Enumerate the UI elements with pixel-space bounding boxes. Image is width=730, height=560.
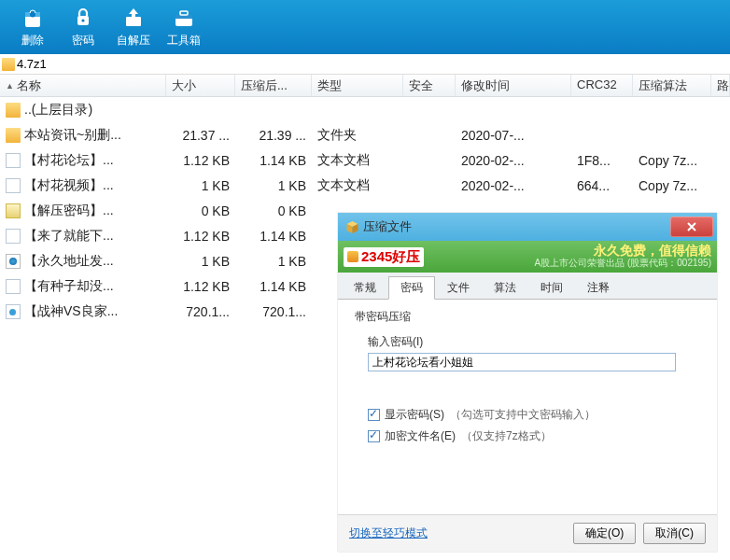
col-safe[interactable]: 安全 bbox=[403, 75, 456, 96]
cell-size: 1 KB bbox=[166, 178, 235, 193]
col-path[interactable]: 路 bbox=[711, 75, 730, 96]
tab-4[interactable]: 时间 bbox=[528, 276, 575, 299]
tab-5[interactable]: 注释 bbox=[575, 276, 622, 299]
cell-crc: 664... bbox=[571, 178, 633, 193]
slogan-line2: A股上市公司荣誉出品 (股票代码：002195) bbox=[535, 257, 711, 269]
col-compressed[interactable]: 压缩后... bbox=[235, 75, 312, 96]
cell-size: 1.12 KB bbox=[166, 229, 235, 244]
password-input[interactable] bbox=[368, 353, 676, 371]
cell-name: 【有种子却没... bbox=[0, 278, 166, 295]
compress-dialog: 压缩文件 2345好压 永久免费，值得信赖 A股上市公司荣誉出品 (股票代码：0… bbox=[338, 213, 717, 552]
toolbar-delete-label: 删除 bbox=[21, 33, 44, 49]
txt-icon bbox=[6, 178, 21, 193]
html-icon bbox=[6, 254, 21, 269]
toolbar-selfextract-label: 自解压 bbox=[117, 33, 150, 49]
cell-mtime: 2020-07-... bbox=[456, 128, 571, 143]
cell-name: 【来了就能下... bbox=[0, 228, 166, 245]
cell-algo: Copy 7z... bbox=[633, 178, 711, 193]
cell-type: 文本文档 bbox=[312, 152, 403, 169]
encrypt-filename-hint: （仅支持7z格式） bbox=[461, 428, 552, 444]
col-name[interactable]: ▲名称 bbox=[0, 75, 166, 96]
cell-name: 【村花视频】... bbox=[0, 177, 166, 194]
folder-up-icon bbox=[6, 103, 21, 118]
group-title: 带密码压缩 bbox=[355, 309, 700, 325]
tab-3[interactable]: 算法 bbox=[482, 276, 528, 299]
txt-icon bbox=[6, 153, 21, 168]
encrypt-filename-checkbox[interactable] bbox=[368, 430, 380, 442]
cell-compressed: 1.14 KB bbox=[235, 229, 312, 244]
cell-mtime: 2020-02-... bbox=[456, 178, 571, 193]
toolbar-toolbox-button[interactable]: 工具箱 bbox=[159, 4, 209, 54]
toolbar-toolbox-label: 工具箱 bbox=[167, 33, 201, 49]
cell-size: 720.1... bbox=[166, 304, 235, 319]
toolbox-icon bbox=[170, 4, 198, 32]
table-row[interactable]: 【村花论坛】...1.12 KB1.14 KB文本文档2020-02-...1F… bbox=[0, 147, 730, 173]
password-label: 输入密码(I) bbox=[368, 334, 700, 350]
path-text: 4.7z1 bbox=[17, 57, 47, 71]
tab-2[interactable]: 文件 bbox=[435, 276, 482, 299]
col-crc[interactable]: CRC32 bbox=[571, 75, 633, 96]
pathbar[interactable]: 4.7z1 bbox=[0, 54, 730, 75]
dialog-footer: 切换至轻巧模式 确定(O) 取消(C) bbox=[338, 514, 717, 552]
url-icon bbox=[6, 304, 21, 319]
toolbar-password-button[interactable]: 密码 bbox=[58, 4, 108, 54]
show-password-label: 显示密码(S) bbox=[385, 407, 444, 423]
cell-type: 文件夹 bbox=[312, 127, 403, 144]
cell-compressed: 1.14 KB bbox=[235, 153, 312, 168]
cell-name: 本站资讯~别删... bbox=[0, 127, 166, 144]
dialog-title: 压缩文件 bbox=[363, 218, 412, 235]
col-algo[interactable]: 压缩算法 bbox=[633, 75, 711, 96]
txt-icon bbox=[6, 279, 21, 294]
toolbar-delete-button[interactable]: 删除 bbox=[7, 4, 58, 54]
ok-button[interactable]: 确定(O) bbox=[573, 523, 636, 544]
svg-rect-5 bbox=[126, 17, 141, 26]
show-password-checkbox[interactable] bbox=[368, 409, 380, 421]
table-row[interactable]: 【村花视频】...1 KB1 KB文本文档2020-02-...664...Co… bbox=[0, 173, 730, 198]
show-password-hint: （勾选可支持中文密码输入） bbox=[450, 407, 596, 423]
cell-compressed: 0 KB bbox=[235, 203, 312, 218]
encrypt-filename-label: 加密文件名(E) bbox=[385, 428, 456, 444]
dialog-titlebar[interactable]: 压缩文件 bbox=[338, 213, 717, 241]
tab-0[interactable]: 常规 bbox=[342, 276, 388, 299]
svg-rect-8 bbox=[180, 11, 188, 15]
cell-size: 1.12 KB bbox=[166, 279, 235, 294]
txt-icon bbox=[6, 229, 21, 244]
col-size[interactable]: 大小 bbox=[166, 75, 235, 96]
cell-name: 【战神VS良家... bbox=[0, 303, 166, 320]
archive-icon bbox=[2, 58, 15, 71]
cell-compressed: 720.1... bbox=[235, 304, 312, 319]
col-type[interactable]: 类型 bbox=[312, 75, 403, 96]
bat-icon bbox=[6, 203, 21, 218]
brand-logo: 2345好压 bbox=[344, 247, 424, 267]
tab-password-page: 带密码压缩 输入密码(I) 显示密码(S) （勾选可支持中文密码输入） 加密文件… bbox=[338, 300, 717, 514]
cell-size: 1 KB bbox=[166, 254, 235, 269]
table-header: ▲名称 大小 压缩后... 类型 安全 修改时间 CRC32 压缩算法 路 bbox=[0, 75, 730, 97]
table-row[interactable]: 本站资讯~别删...21.37 ...21.39 ...文件夹2020-07-.… bbox=[0, 122, 730, 147]
sort-up-icon: ▲ bbox=[6, 81, 14, 91]
cell-compressed: 1.14 KB bbox=[235, 279, 312, 294]
cell-name: ..(上层目录) bbox=[0, 102, 166, 119]
cell-crc: 1F8... bbox=[571, 153, 633, 168]
brand-banner: 2345好压 永久免费，值得信赖 A股上市公司荣誉出品 (股票代码：002195… bbox=[338, 241, 717, 273]
cell-algo: Copy 7z... bbox=[633, 153, 711, 168]
archive-up-icon bbox=[119, 4, 147, 32]
trash-icon bbox=[19, 4, 47, 32]
cell-size: 21.37 ... bbox=[166, 128, 235, 143]
cell-name: 【永久地址发... bbox=[0, 253, 166, 270]
col-mtime[interactable]: 修改时间 bbox=[456, 75, 571, 96]
archive-cube-icon bbox=[345, 220, 359, 234]
cell-compressed: 21.39 ... bbox=[235, 128, 312, 143]
tab-1[interactable]: 密码 bbox=[388, 276, 435, 300]
cell-size: 0 KB bbox=[166, 203, 235, 218]
dialog-tabbar: 常规密码文件算法时间注释 bbox=[338, 273, 717, 300]
table-row[interactable]: ..(上层目录) bbox=[0, 97, 730, 122]
close-icon bbox=[685, 220, 698, 233]
switch-mode-link[interactable]: 切换至轻巧模式 bbox=[349, 525, 428, 541]
cell-compressed: 1 KB bbox=[235, 254, 312, 269]
toolbar-selfextract-button[interactable]: 自解压 bbox=[108, 4, 159, 54]
main-toolbar: 删除 密码 自解压 工具箱 bbox=[0, 0, 730, 54]
svg-point-2 bbox=[30, 12, 35, 18]
lock-icon bbox=[69, 4, 97, 32]
cancel-button[interactable]: 取消(C) bbox=[643, 523, 706, 544]
close-button[interactable] bbox=[670, 217, 713, 237]
